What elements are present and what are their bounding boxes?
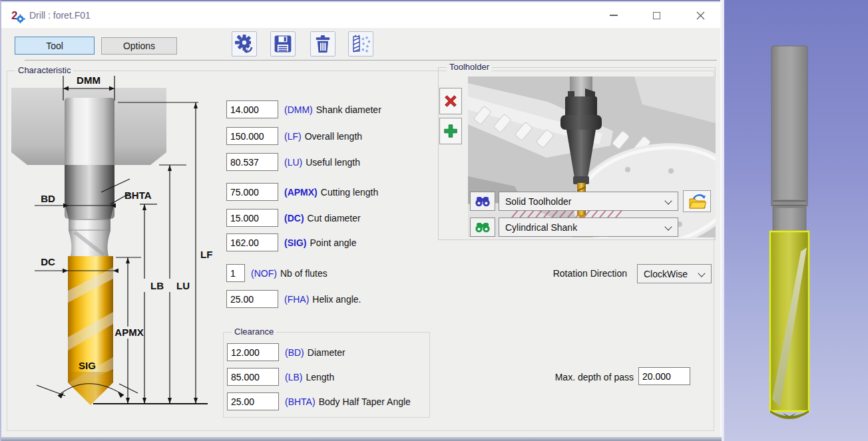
- field-label: Cut diameter: [308, 213, 361, 223]
- field-label: Overall length: [305, 131, 362, 142]
- shank-type-select[interactable]: Cylindrical Shank: [499, 218, 678, 237]
- field-label: Point angle: [310, 237, 356, 248]
- field-label: Useful length: [306, 157, 360, 168]
- field-row: (APMX) Cutting length: [226, 183, 378, 201]
- remove-toolholder-button[interactable]: [439, 88, 462, 114]
- open-toolholder-button[interactable]: [683, 190, 711, 212]
- diagram-label-dmm: DMM: [77, 74, 101, 86]
- cut-diameter-input[interactable]: [226, 209, 278, 227]
- field-label: Shank diameter: [316, 104, 381, 115]
- field-code-fha: (FHA): [284, 294, 309, 305]
- field-label: Cutting length: [321, 187, 378, 198]
- field-code-lb: (LB): [285, 372, 302, 382]
- delete-button[interactable]: [310, 31, 335, 57]
- svg-text:2: 2: [11, 9, 17, 22]
- rotation-direction-label: Rotation Direction: [494, 268, 627, 279]
- field-code-nof: (NOF): [251, 268, 277, 279]
- body-half-taper-angle-input[interactable]: [227, 392, 279, 410]
- field-row: (BHTA) Body Half Taper Angle: [227, 392, 411, 410]
- chevron-down-icon: [664, 223, 672, 230]
- field-row: (LB) Length: [227, 368, 334, 386]
- field-row: (BD) Diameter: [227, 343, 345, 361]
- open-folder-icon: [688, 194, 706, 210]
- add-toolholder-button[interactable]: [439, 118, 462, 144]
- field-code-dmm: (DMM): [284, 104, 313, 115]
- clearance-length-input[interactable]: [227, 368, 279, 386]
- tab-tool[interactable]: Tool: [15, 37, 95, 55]
- tab-options[interactable]: Options: [101, 37, 177, 55]
- drill-3d-render: [724, 0, 868, 441]
- field-label: Body Half Taper Angle: [319, 396, 411, 407]
- minimize-icon: [610, 15, 618, 16]
- tool-settings-gear-icon: [234, 34, 254, 54]
- field-code-lf: (LF): [284, 131, 302, 142]
- diagram-label-lu: LU: [176, 280, 190, 291]
- titlebar: 2 Drill : foret.F01: [1, 3, 720, 28]
- tool-settings-button[interactable]: [232, 31, 257, 57]
- nb-of-flutes-input[interactable]: [226, 264, 245, 282]
- field-code-bhta: (BHTA): [285, 396, 316, 407]
- close-icon: [696, 11, 705, 20]
- point-angle-input[interactable]: [226, 233, 278, 251]
- field-row: (DMM) Shank diameter: [226, 100, 381, 118]
- field-row: (FHA) Helix angle.: [226, 290, 361, 308]
- minimize-button[interactable]: [598, 3, 629, 28]
- search-toolholder-button[interactable]: [470, 192, 495, 211]
- chevron-down-icon: [698, 269, 705, 277]
- rotation-direction-select[interactable]: ClockWise: [637, 264, 712, 283]
- app-logo-icon: 2: [11, 9, 25, 23]
- field-row: (LU) Useful length: [226, 153, 360, 171]
- field-label: Diameter: [308, 347, 345, 358]
- drill-dimension-diagram: DMM BHTA BD DC LB LU LF APMX SIG: [9, 71, 219, 430]
- diagram-label-lf: LF: [200, 249, 212, 260]
- maximize-icon: [653, 12, 660, 19]
- 3d-viewport[interactable]: [724, 0, 868, 441]
- toolholder-preview-image: [468, 76, 716, 237]
- clearance-group-label: Clearance: [232, 327, 276, 337]
- binoculars-blue-icon: [475, 196, 491, 207]
- toolbar-separator: [25, 60, 717, 61]
- binoculars-green-icon: [475, 222, 491, 233]
- overall-length-input[interactable]: [226, 127, 278, 145]
- diagram-label-sig: SIG: [79, 360, 96, 371]
- close-button[interactable]: [685, 3, 716, 28]
- tool-preview-icon: [351, 35, 371, 53]
- field-row: (NOF) Nb of flutes: [226, 264, 327, 282]
- save-icon: [274, 35, 292, 53]
- rotation-direction-value: ClockWise: [644, 269, 688, 279]
- screen: 2 Drill : foret.F01 Tool Options: [0, 0, 868, 441]
- add-plus-icon: [443, 123, 459, 139]
- save-button[interactable]: [270, 31, 296, 57]
- useful-length-input[interactable]: [226, 153, 278, 171]
- field-code-bd: (BD): [285, 347, 304, 358]
- delete-trash-icon: [314, 35, 332, 53]
- shank-type-value: Cylindrical Shank: [505, 222, 577, 233]
- field-label: Length: [306, 372, 334, 382]
- shank-diameter-input[interactable]: [226, 100, 278, 118]
- field-code-dc: (DC): [284, 213, 304, 223]
- helix-angle-input[interactable]: [226, 290, 278, 308]
- toolholder-group-label: Toolholder: [447, 62, 492, 72]
- dialog-bottom-edge: [1, 437, 722, 441]
- diagram-label-lb: LB: [150, 280, 164, 291]
- drill-dialog-window: 2 Drill : foret.F01 Tool Options: [0, 0, 720, 441]
- diagram-label-dc: DC: [41, 256, 55, 267]
- field-row: (DC) Cut diameter: [226, 209, 361, 227]
- maximize-button[interactable]: [641, 3, 672, 28]
- field-row: (SIG) Point angle: [226, 233, 357, 251]
- field-row: (LF) Overall length: [226, 127, 362, 145]
- window-title: Drill : foret.F01: [29, 10, 91, 21]
- max-depth-input[interactable]: [638, 367, 690, 385]
- tool-preview-button[interactable]: [348, 31, 373, 57]
- field-label: Helix angle.: [312, 294, 361, 305]
- max-depth-label: Max. depth of pass: [497, 372, 634, 382]
- cutting-length-input[interactable]: [226, 183, 278, 201]
- toolholder-type-select[interactable]: Solid Toolholder: [499, 192, 678, 211]
- chevron-down-icon: [664, 197, 672, 204]
- clearance-diameter-input[interactable]: [227, 343, 279, 361]
- clearance-group: Clearance (BD) Diameter (LB) Length (BHT…: [223, 332, 430, 418]
- diagram-label-bhta: BHTA: [124, 190, 152, 201]
- field-code-apmx: (APMX): [284, 187, 318, 198]
- field-label: Nb of flutes: [280, 268, 327, 279]
- search-shank-button[interactable]: [470, 218, 495, 237]
